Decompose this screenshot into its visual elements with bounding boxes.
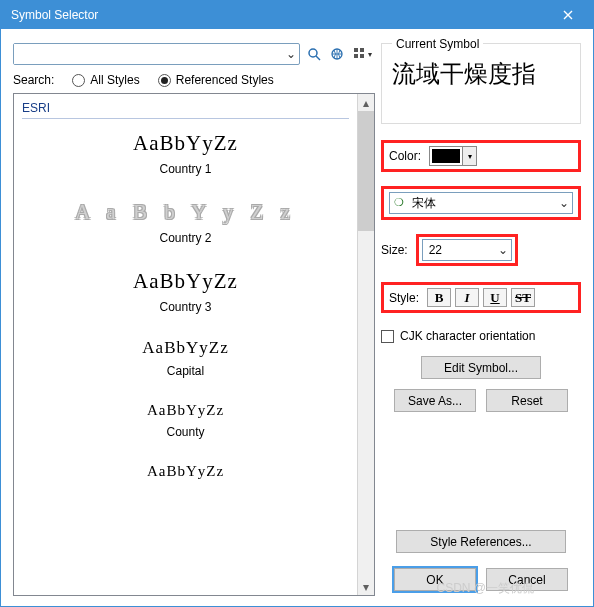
underline-button[interactable]: U [483, 288, 507, 307]
group-legend: Current Symbol [392, 37, 483, 51]
search-input[interactable] [14, 44, 283, 64]
search-toolbar: ⌄ ▾ [13, 43, 375, 65]
title-bar: Symbol Selector [1, 1, 593, 29]
group-header: ESRI [22, 98, 349, 119]
globe-icon[interactable] [328, 45, 346, 63]
style-row: Style: B I U ST [381, 282, 581, 313]
radio-icon [72, 74, 85, 87]
chevron-down-icon[interactable]: ⌄ [283, 47, 299, 61]
content-area: ⌄ ▾ Search: All Styles Referenced Styles… [1, 29, 593, 606]
window-title: Symbol Selector [11, 8, 98, 22]
color-picker[interactable]: ▾ [429, 146, 477, 166]
edit-row: Edit Symbol... [381, 356, 581, 379]
radio-icon [158, 74, 171, 87]
ok-button[interactable]: OK [394, 568, 476, 591]
symbol-list: ESRI AaBbYyZzCountry 1 A a B b Y y Z zCo… [13, 93, 375, 596]
list-item[interactable]: AaBbYyZzCountry 1 [22, 125, 349, 194]
list-item[interactable]: AaBbYyZz [22, 457, 349, 480]
cjk-checkbox-row[interactable]: CJK character orientation [381, 329, 581, 343]
current-symbol-group: Current Symbol 流域干燥度指 [381, 43, 581, 124]
font-row-highlight: ❍ 宋体 ⌄ [381, 186, 581, 220]
style-references-button[interactable]: Style References... [396, 530, 566, 553]
search-icon[interactable] [305, 45, 323, 63]
list-item[interactable]: AaBbYyZzCounty [22, 396, 349, 457]
scroll-down-icon[interactable]: ▾ [358, 578, 374, 595]
save-as-button[interactable]: Save As... [394, 389, 476, 412]
list-item[interactable]: AaBbYyZzCountry 3 [22, 263, 349, 332]
view-grid-icon[interactable]: ▾ [351, 45, 375, 63]
svg-rect-4 [354, 54, 358, 58]
cjk-label: CJK character orientation [400, 329, 535, 343]
radio-all-styles[interactable]: All Styles [72, 73, 139, 87]
font-icon: ❍ [394, 196, 408, 210]
style-buttons: B I U ST [427, 288, 535, 307]
svg-rect-2 [354, 48, 358, 52]
color-swatch [430, 147, 462, 165]
size-value: 22 [427, 243, 495, 257]
save-reset-row: Save As... Reset [381, 389, 581, 412]
search-label: Search: [13, 73, 54, 87]
checkbox-icon[interactable] [381, 330, 394, 343]
scrollbar[interactable]: ▴ ▾ [357, 94, 374, 595]
symbol-preview: 流域干燥度指 [392, 58, 570, 118]
chevron-down-icon[interactable]: ⌄ [556, 196, 572, 210]
cancel-button[interactable]: Cancel [486, 568, 568, 591]
chevron-down-icon[interactable]: ⌄ [495, 243, 511, 257]
search-mode-row: Search: All Styles Referenced Styles [13, 73, 375, 87]
search-combo[interactable]: ⌄ [13, 43, 300, 65]
color-label: Color: [389, 149, 421, 163]
italic-button[interactable]: I [455, 288, 479, 307]
style-label: Style: [389, 291, 419, 305]
size-label: Size: [381, 243, 408, 257]
svg-rect-3 [360, 48, 364, 52]
left-pane: ⌄ ▾ Search: All Styles Referenced Styles… [13, 43, 375, 596]
edit-symbol-button[interactable]: Edit Symbol... [421, 356, 541, 379]
list-item[interactable]: AaBbYyZzCapital [22, 332, 349, 396]
size-row: Size: 22 ⌄ [381, 234, 581, 266]
close-icon[interactable] [553, 5, 583, 25]
scroll-thumb[interactable] [358, 111, 374, 231]
font-combo[interactable]: ❍ 宋体 ⌄ [389, 192, 573, 214]
list-item[interactable]: A a B b Y y Z zCountry 2 [22, 194, 349, 263]
bold-button[interactable]: B [427, 288, 451, 307]
svg-point-0 [309, 49, 317, 57]
font-value: 宋体 [412, 195, 556, 212]
chevron-down-icon[interactable]: ▾ [462, 147, 476, 165]
color-row: Color: ▾ [381, 140, 581, 172]
radio-referenced-styles[interactable]: Referenced Styles [158, 73, 274, 87]
strikethrough-button[interactable]: ST [511, 288, 535, 307]
size-combo[interactable]: 22 ⌄ [422, 239, 512, 261]
reset-button[interactable]: Reset [486, 389, 568, 412]
ok-cancel-row: OK Cancel [381, 568, 581, 591]
scroll-up-icon[interactable]: ▴ [358, 94, 374, 111]
symbol-list-scroll[interactable]: ESRI AaBbYyZzCountry 1 A a B b Y y Z zCo… [14, 94, 357, 595]
stylerefs-row: Style References... [381, 530, 581, 553]
right-pane: Current Symbol 流域干燥度指 Color: ▾ ❍ 宋体 ⌄ Si… [381, 43, 581, 596]
svg-rect-5 [360, 54, 364, 58]
